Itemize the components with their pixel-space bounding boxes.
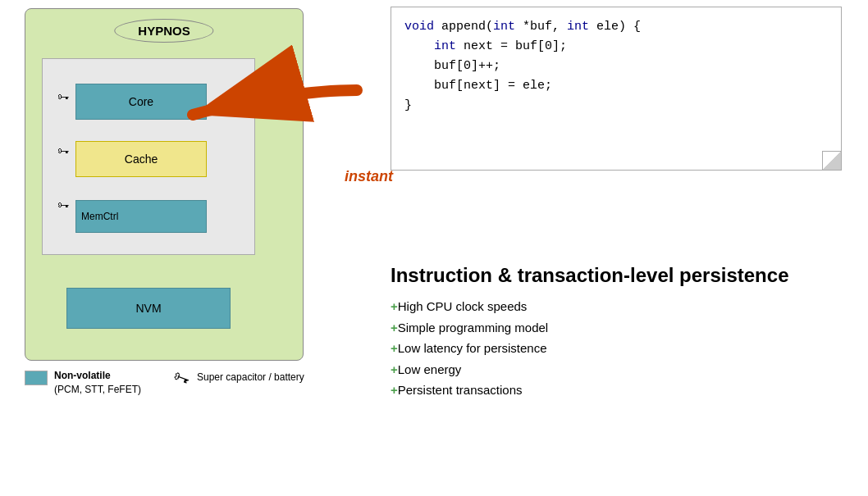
capacitor-icon-2: 🗝	[57, 144, 69, 157]
info-title: Instruction & transaction-level persiste…	[391, 262, 850, 288]
memctrl-block: MemCtrl	[75, 200, 207, 233]
code-line-4: buf[next] = ele;	[404, 76, 828, 96]
code-line-2: int next = buf[0];	[404, 37, 828, 57]
code-line-3: buf[0]++;	[404, 57, 828, 76]
info-items: +High CPU clock speeds +Simple programmi…	[391, 296, 850, 401]
info-panel: Instruction & transaction-level persiste…	[391, 262, 850, 401]
nvm-block: NVM	[66, 288, 231, 329]
diagram-panel: HYPNOS 🗝 🗝 🗝 Core Cache MemCtrl NVM	[25, 8, 320, 394]
capacitor-icon-3: 🗝	[57, 198, 69, 212]
hypnos-container: HYPNOS 🗝 🗝 🗝 Core Cache MemCtrl NVM	[25, 8, 304, 361]
capacitor-legend-icon: 🗝	[171, 366, 194, 389]
instant-label: instant	[345, 168, 393, 185]
core-block: Core	[75, 84, 207, 120]
legend-nonvolatile-box	[25, 371, 48, 385]
info-item-3: +Low latency for persistence	[391, 338, 850, 359]
info-item-2: +Simple programming model	[391, 317, 850, 339]
info-item-5: +Persistent transactions	[391, 380, 850, 401]
code-box: void append(int *buf, int ele) { int nex…	[391, 7, 842, 171]
cache-block: Cache	[75, 141, 207, 177]
processor-box: 🗝 🗝 🗝 Core Cache MemCtrl	[42, 58, 255, 255]
info-item-4: +Low energy	[391, 359, 850, 380]
info-item-1: +High CPU clock speeds	[391, 296, 850, 317]
legend-capacitor: 🗝 Super capacitor / battery	[174, 369, 304, 388]
legend: Non-volatile (PCM, STT, FeFET) 🗝 Super c…	[25, 369, 304, 397]
code-line-5: }	[404, 96, 828, 116]
code-line-1: void append(int *buf, int ele) {	[404, 17, 828, 37]
legend-nonvolatile: Non-volatile (PCM, STT, FeFET)	[25, 369, 141, 397]
capacitor-icon-1: 🗝	[57, 90, 69, 103]
hypnos-label: HYPNOS	[114, 19, 213, 43]
